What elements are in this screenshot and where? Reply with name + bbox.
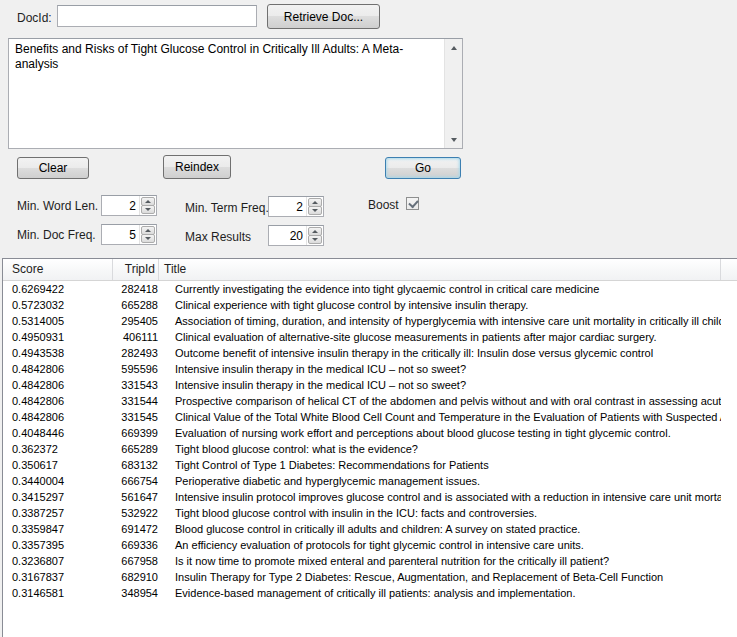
max-results-stepper[interactable]: 20 <box>268 225 324 246</box>
result-cell-score: 0.3236807 <box>3 553 113 569</box>
result-cell-tripid: 683132 <box>113 457 159 473</box>
result-cell-title: Currently investigating the evidence int… <box>159 281 721 297</box>
result-cell-title: Clinical evaluation of alternative-site … <box>159 329 721 345</box>
table-row[interactable]: 0.4842806331545Clinical Value of the Tot… <box>3 409 737 425</box>
boost-label: Boost <box>368 198 399 212</box>
table-row[interactable]: 0.4943538282493Outcome benefit of intens… <box>3 345 737 361</box>
result-cell-score: 0.3167837 <box>3 569 113 585</box>
table-row[interactable]: 0.4950931406111Clinical evaluation of al… <box>3 329 737 345</box>
column-header-tripid[interactable]: TripId <box>113 259 159 280</box>
clear-button[interactable]: Clear <box>17 157 89 179</box>
scroll-up-icon[interactable] <box>445 39 462 56</box>
table-row[interactable]: 0.3357395669336An efficiency evaluation … <box>3 537 737 553</box>
result-cell-score: 0.4943538 <box>3 345 113 361</box>
result-cell-tripid: 665288 <box>113 297 159 313</box>
result-cell-title: Tight blood glucose control with insulin… <box>159 505 721 521</box>
result-cell-title: Blood glucose control in critically ill … <box>159 521 721 537</box>
table-row[interactable]: 0.6269422282418Currently investigating t… <box>3 281 737 297</box>
scroll-down-icon[interactable] <box>445 131 462 148</box>
result-cell-title: Tight blood glucose control: what is the… <box>159 441 721 457</box>
spin-down-icon[interactable] <box>308 206 322 215</box>
boost-checkbox[interactable] <box>406 197 419 210</box>
result-cell-title: Perioperative diabetic and hyperglycemic… <box>159 473 721 489</box>
min-term-freq-value[interactable]: 2 <box>269 197 306 216</box>
table-row[interactable]: 0.3440004666754Perioperative diabetic an… <box>3 473 737 489</box>
search-form-window: { "colors": { "form_background": "#F0F0F… <box>0 0 737 637</box>
min-doc-freq-stepper[interactable]: 5 <box>101 224 157 245</box>
table-row[interactable]: 0.4842806595596Intensive insulin therapy… <box>3 361 737 377</box>
result-cell-score: 0.3357395 <box>3 537 113 553</box>
result-cell-title: Intensive insulin therapy in the medical… <box>159 377 721 393</box>
min-term-freq-stepper[interactable]: 2 <box>268 196 324 217</box>
column-header-title[interactable]: Title <box>159 259 721 280</box>
docid-input[interactable] <box>57 5 257 27</box>
result-cell-tripid: 666754 <box>113 473 159 489</box>
result-cell-score: 0.5314005 <box>3 313 113 329</box>
result-cell-title: Intensive insulin therapy in the medical… <box>159 361 721 377</box>
check-icon <box>408 198 418 209</box>
query-text[interactable]: Benefits and Risks of Tight Glucose Cont… <box>9 39 445 148</box>
result-cell-tripid: 348954 <box>113 585 159 601</box>
min-doc-freq-value[interactable]: 5 <box>102 225 139 244</box>
result-cell-tripid: 282493 <box>113 345 159 361</box>
result-cell-title: Insulin Therapy for Type 2 Diabetes: Res… <box>159 569 721 585</box>
result-cell-tripid: 667958 <box>113 553 159 569</box>
result-cell-title: An efficiency evaluation of protocols fo… <box>159 537 721 553</box>
table-row[interactable]: 0.4842806331543Intensive insulin therapy… <box>3 377 737 393</box>
column-header-score[interactable]: Score <box>3 259 113 280</box>
table-row[interactable]: 0.3146581348954Evidence-based management… <box>3 585 737 601</box>
result-cell-title: Clinical experience with tight glucose c… <box>159 297 721 313</box>
table-row[interactable]: 0.3236807667958Is it now time to promote… <box>3 553 737 569</box>
result-cell-tripid: 331543 <box>113 377 159 393</box>
result-cell-title: Association of timing, duration, and int… <box>159 313 721 329</box>
max-results-value[interactable]: 20 <box>269 226 306 245</box>
result-cell-tripid: 282418 <box>113 281 159 297</box>
table-row[interactable]: 0.3387257532922Tight blood glucose contr… <box>3 505 737 521</box>
result-cell-title: Is it now time to promote mixed enteral … <box>159 553 721 569</box>
table-row[interactable]: 0.3359847691472Blood glucose control in … <box>3 521 737 537</box>
results-body: 0.6269422282418Currently investigating t… <box>3 281 737 637</box>
spin-down-icon[interactable] <box>308 235 322 244</box>
reindex-button[interactable]: Reindex <box>163 155 231 179</box>
result-cell-score: 0.3387257 <box>3 505 113 521</box>
result-cell-score: 0.4842806 <box>3 393 113 409</box>
result-cell-tripid: 295405 <box>113 313 159 329</box>
result-cell-tripid: 691472 <box>113 521 159 537</box>
result-cell-tripid: 669336 <box>113 537 159 553</box>
min-word-len-value[interactable]: 2 <box>102 196 139 215</box>
table-row[interactable]: 0.4048446669399Evaluation of nursing wor… <box>3 425 737 441</box>
result-cell-tripid: 669399 <box>113 425 159 441</box>
spin-down-icon[interactable] <box>141 205 155 214</box>
table-row[interactable]: 0.3167837682910Insulin Therapy for Type … <box>3 569 737 585</box>
table-row[interactable]: 0.4842806331544Prospective comparison of… <box>3 393 737 409</box>
result-cell-tripid: 665289 <box>113 441 159 457</box>
table-row[interactable]: 0.5723032665288Clinical experience with … <box>3 297 737 313</box>
result-cell-tripid: 561647 <box>113 489 159 505</box>
table-row[interactable]: 0.350617683132Tight Control of Type 1 Di… <box>3 457 737 473</box>
retrieve-doc-button[interactable]: Retrieve Doc... <box>267 4 380 29</box>
results-listview: Score TripId Title 0.6269422282418Curren… <box>2 258 737 637</box>
result-cell-tripid: 331545 <box>113 409 159 425</box>
min-word-len-label: Min. Word Len. <box>17 199 98 213</box>
table-row[interactable]: 0.3415297561647Intensive insulin protoco… <box>3 489 737 505</box>
result-cell-score: 0.3440004 <box>3 473 113 489</box>
min-doc-freq-label: Min. Doc Freq. <box>17 228 96 242</box>
result-cell-title: Evidence-based management of critically … <box>159 585 721 601</box>
query-textbox[interactable]: Benefits and Risks of Tight Glucose Cont… <box>8 38 463 149</box>
result-cell-tripid: 331544 <box>113 393 159 409</box>
result-cell-title: Outcome benefit of intensive insulin the… <box>159 345 721 361</box>
table-row[interactable]: 0.5314005295405Association of timing, du… <box>3 313 737 329</box>
result-cell-tripid: 595596 <box>113 361 159 377</box>
table-row[interactable]: 0.362372665289Tight blood glucose contro… <box>3 441 737 457</box>
spin-down-icon[interactable] <box>141 234 155 243</box>
result-cell-score: 0.5723032 <box>3 297 113 313</box>
query-scrollbar[interactable] <box>444 39 462 148</box>
go-button[interactable]: Go <box>385 157 461 179</box>
result-cell-score: 0.350617 <box>3 457 113 473</box>
min-word-len-stepper[interactable]: 2 <box>101 195 157 216</box>
result-cell-score: 0.3415297 <box>3 489 113 505</box>
result-cell-tripid: 532922 <box>113 505 159 521</box>
result-cell-score: 0.4842806 <box>3 409 113 425</box>
result-cell-tripid: 406111 <box>113 329 159 345</box>
result-cell-score: 0.3146581 <box>3 585 113 601</box>
